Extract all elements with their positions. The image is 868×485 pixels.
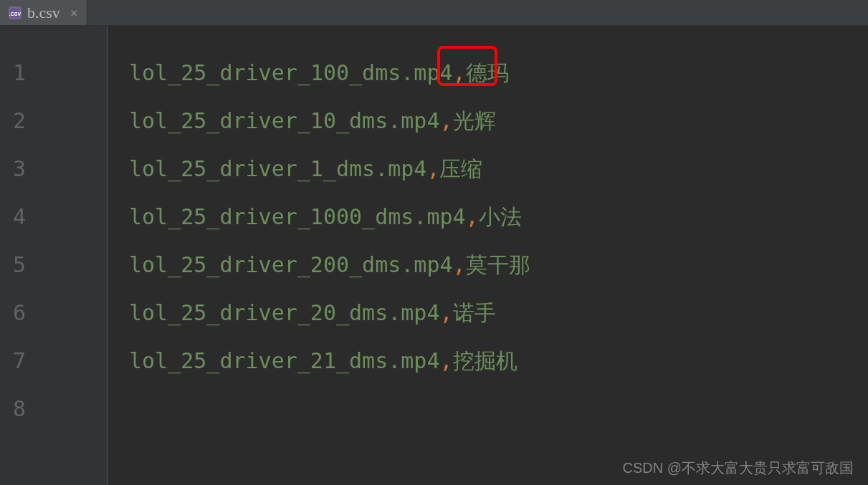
code-comma: , xyxy=(439,108,452,133)
file-tab[interactable]: .CSV b.csv × xyxy=(0,0,87,25)
code-comma: , xyxy=(453,252,466,277)
code-text: 压缩 xyxy=(439,156,482,181)
code-text: lol_25_driver_10_dms.mp4 xyxy=(129,108,439,133)
line-number: 1 xyxy=(0,49,107,97)
tab-bar: .CSV b.csv × xyxy=(0,0,868,26)
close-tab-icon[interactable]: × xyxy=(70,5,78,20)
line-number: 4 xyxy=(0,193,107,241)
editor-area: 1 2 3 4 5 6 7 8 lol_25_driver_100_dms.mp… xyxy=(0,26,868,485)
csv-file-icon: .CSV xyxy=(9,6,22,19)
code-text: lol_25_driver_ xyxy=(129,60,310,85)
code-comma: , xyxy=(466,204,479,229)
code-text: lol_25_driver_1000_dms.mp4 xyxy=(129,204,466,229)
code-text: _dms.mp4 xyxy=(349,60,453,85)
current-line-highlight xyxy=(129,481,868,485)
line-number: 3 xyxy=(0,145,107,193)
code-line: lol_25_driver_10_dms.mp4,光辉 xyxy=(129,97,868,145)
code-line: lol_25_driver_200_dms.mp4,莫干那 xyxy=(129,241,868,289)
code-comma: , xyxy=(439,348,452,373)
code-text: 诺手 xyxy=(453,300,496,325)
code-text: 小法 xyxy=(479,204,522,229)
code-line: lol_25_driver_100_dms.mp4,德玛 xyxy=(129,49,868,97)
code-text-highlighted: 100 xyxy=(310,60,349,85)
svg-text:.CSV: .CSV xyxy=(9,11,22,16)
code-comma: , xyxy=(453,60,466,85)
code-line: lol_25_driver_21_dms.mp4,挖掘机 xyxy=(129,337,868,385)
code-text: 挖掘机 xyxy=(453,348,518,373)
code-text: lol_25_driver_20_dms.mp4 xyxy=(129,300,439,325)
code-text: 德玛 xyxy=(466,60,509,85)
line-number: 5 xyxy=(0,241,107,289)
code-text: 莫干那 xyxy=(466,252,530,277)
line-number: 2 xyxy=(0,97,107,145)
code-line: lol_25_driver_1000_dms.mp4,小法 xyxy=(129,193,868,241)
code-line: lol_25_driver_20_dms.mp4,诺手 xyxy=(129,289,868,337)
line-number: 7 xyxy=(0,337,107,385)
code-text: lol_25_driver_21_dms.mp4 xyxy=(129,348,439,373)
code-text: 光辉 xyxy=(453,108,496,133)
code-text: lol_25_driver_1_dms.mp4 xyxy=(129,156,426,181)
code-line-empty xyxy=(129,385,868,433)
code-text: lol_25_driver_200_dms.mp4 xyxy=(129,252,453,277)
code-line: lol_25_driver_1_dms.mp4,压缩 xyxy=(129,145,868,193)
code-content-area[interactable]: lol_25_driver_100_dms.mp4,德玛 lol_25_driv… xyxy=(108,26,868,485)
line-number: 8 xyxy=(0,385,107,433)
line-number: 6 xyxy=(0,289,107,337)
watermark-text: CSDN @不求大富大贵只求富可敌国 xyxy=(622,458,854,478)
code-comma: , xyxy=(426,156,439,181)
tab-filename: b.csv xyxy=(27,4,60,22)
line-number-gutter: 1 2 3 4 5 6 7 8 xyxy=(0,26,108,485)
code-comma: , xyxy=(439,300,452,325)
